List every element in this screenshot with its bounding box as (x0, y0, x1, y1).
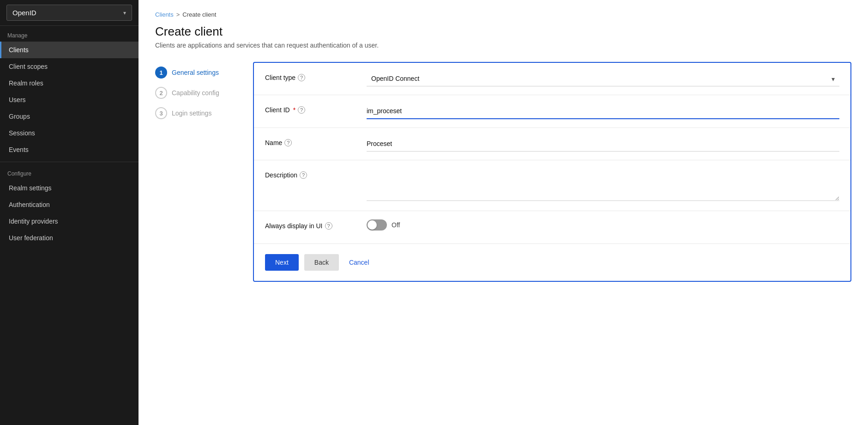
sidebar-item-realm-roles[interactable]: Realm roles (0, 75, 139, 91)
client-type-select[interactable]: OpenID Connect SAML (367, 71, 839, 86)
page-subtitle: Clients are applications and services th… (155, 42, 851, 49)
form-panel: Client type ? OpenID Connect SAML (253, 62, 851, 282)
cancel-button[interactable]: Cancel (344, 254, 374, 271)
breadcrumb-current: Create client (182, 11, 216, 18)
form-row-client-id: Client ID * ? (254, 95, 850, 128)
name-input[interactable] (367, 136, 839, 152)
sidebar-divider (0, 162, 139, 162)
sidebar-item-label: User federation (9, 234, 53, 242)
wizard-container: 1 General settings 2 Capability config 3… (155, 62, 851, 282)
sidebar-item-label: Identity providers (9, 218, 58, 225)
realm-name: OpenID (12, 9, 36, 17)
description-label: Description ? (265, 169, 367, 179)
sidebar-item-realm-settings[interactable]: Realm settings (0, 180, 139, 196)
client-type-label: Client type ? (265, 71, 367, 81)
client-id-help-icon[interactable]: ? (298, 106, 305, 114)
step-circle-1: 1 (155, 67, 167, 79)
sidebar-item-label: Users (9, 96, 26, 103)
form-body: Client type ? OpenID Connect SAML (254, 63, 850, 239)
client-id-input[interactable] (367, 103, 839, 119)
step-label-2: Capability config (172, 89, 219, 97)
back-button[interactable]: Back (304, 254, 339, 271)
next-button[interactable]: Next (265, 254, 299, 271)
sidebar-item-label: Authentication (9, 201, 50, 208)
description-textarea[interactable] (367, 169, 839, 201)
client-id-required: * (293, 106, 295, 114)
client-type-help-icon[interactable]: ? (298, 74, 305, 81)
breadcrumb-parent[interactable]: Clients (155, 11, 174, 18)
page-title: Create client (155, 24, 851, 39)
sidebar-item-label: Client scopes (9, 63, 48, 70)
client-id-label: Client ID * ? (265, 103, 367, 114)
form-row-description: Description ? (254, 160, 850, 211)
wizard-step-2: 2 Capability config (155, 87, 238, 99)
name-control (367, 136, 839, 152)
always-display-label: Always display in UI ? (265, 219, 367, 230)
sidebar-item-events[interactable]: Events (0, 141, 139, 158)
sidebar-item-user-federation[interactable]: User federation (0, 230, 139, 246)
sidebar: OpenID ▾ Manage Clients Client scopes Re… (0, 0, 139, 425)
step-label-1[interactable]: General settings (172, 69, 219, 76)
sidebar-item-label: Realm settings (9, 184, 52, 192)
client-type-select-wrapper: OpenID Connect SAML (367, 71, 839, 86)
sidebar-item-users[interactable]: Users (0, 91, 139, 108)
client-id-control (367, 103, 839, 119)
always-display-toggle[interactable] (367, 219, 387, 231)
sidebar-item-label: Events (9, 146, 29, 153)
sidebar-item-label: Realm roles (9, 79, 43, 87)
toggle-track (367, 219, 387, 231)
wizard-step-1: 1 General settings (155, 67, 238, 79)
sidebar-item-groups[interactable]: Groups (0, 108, 139, 125)
name-label: Name ? (265, 136, 367, 146)
configure-section-label: Configure (0, 166, 139, 180)
toggle-label-text: Off (392, 221, 400, 229)
sidebar-item-label: Sessions (9, 129, 35, 137)
manage-section-label: Manage (0, 26, 139, 42)
breadcrumb: Clients > Create client (155, 11, 851, 18)
step-circle-3: 3 (155, 107, 167, 119)
name-help-icon[interactable]: ? (284, 139, 292, 146)
toggle-thumb (368, 220, 377, 230)
always-display-help-icon[interactable]: ? (325, 222, 332, 230)
wizard-step-3: 3 Login settings (155, 107, 238, 119)
always-display-control: Off (367, 219, 839, 231)
sidebar-item-identity-providers[interactable]: Identity providers (0, 213, 139, 230)
description-help-icon[interactable]: ? (300, 171, 307, 179)
sidebar-item-authentication[interactable]: Authentication (0, 196, 139, 213)
sidebar-item-sessions[interactable]: Sessions (0, 125, 139, 141)
step-label-3: Login settings (172, 109, 211, 117)
realm-selector-chevron: ▾ (123, 10, 126, 16)
form-row-always-display: Always display in UI ? Off (254, 211, 850, 239)
description-control (367, 169, 839, 202)
client-type-control: OpenID Connect SAML (367, 71, 839, 86)
wizard-steps: 1 General settings 2 Capability config 3… (155, 62, 238, 119)
form-row-client-type: Client type ? OpenID Connect SAML (254, 63, 850, 95)
realm-selector[interactable]: OpenID ▾ (6, 5, 132, 21)
breadcrumb-separator: > (176, 11, 180, 18)
sidebar-item-label: Clients (9, 46, 29, 54)
sidebar-header: OpenID ▾ (0, 0, 139, 26)
sidebar-item-client-scopes[interactable]: Client scopes (0, 58, 139, 75)
form-row-name: Name ? (254, 128, 850, 160)
sidebar-item-clients[interactable]: Clients (0, 42, 139, 58)
step-circle-2: 2 (155, 87, 167, 99)
main-content: Clients > Create client Create client Cl… (139, 0, 868, 425)
sidebar-item-label: Groups (9, 113, 30, 120)
form-actions: Next Back Cancel (254, 243, 850, 281)
toggle-row: Off (367, 219, 839, 231)
